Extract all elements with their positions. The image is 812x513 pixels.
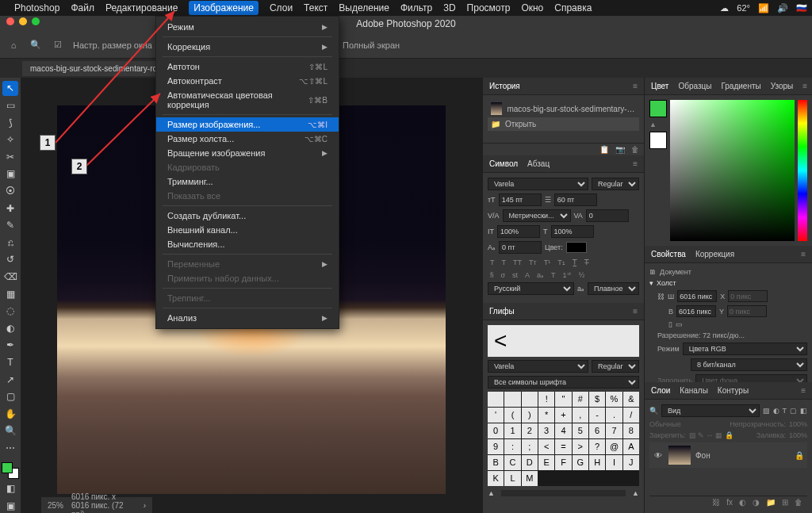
metrics-select[interactable]: Метрически... (503, 209, 571, 222)
type-tool[interactable]: T (2, 355, 18, 370)
glyph-cell[interactable]: " (555, 392, 571, 407)
glyph-cell[interactable]: - (589, 408, 605, 423)
glyph-cell[interactable]: ; (522, 439, 538, 454)
menu-3d[interactable]: 3D (443, 2, 455, 13)
glyph-cell[interactable]: M (522, 471, 538, 486)
marquee-tool[interactable]: ▭ (2, 98, 18, 113)
menu-photoshop[interactable]: Photoshop (14, 2, 59, 13)
glyph-cell[interactable]: C (504, 455, 520, 470)
glyph-cell[interactable]: = (555, 439, 571, 454)
dodge-tool[interactable]: ◐ (2, 321, 18, 336)
tracking-input[interactable] (586, 209, 629, 222)
leading-input[interactable] (554, 193, 597, 206)
glyph-cell[interactable]: 3 (538, 423, 554, 438)
sub-btn[interactable]: T₁ (555, 257, 568, 268)
glyph-cell[interactable]: 2 (522, 423, 538, 438)
glyph-cell[interactable] (488, 392, 504, 407)
fill-value[interactable]: 100% (789, 431, 807, 439)
panel-menu-icon[interactable]: ≡ (802, 82, 807, 90)
history-tab[interactable]: История (489, 82, 520, 90)
font-style-select[interactable]: Regular (592, 178, 639, 190)
mask-icon[interactable]: ◐ (739, 498, 746, 507)
menu-window[interactable]: Окно (521, 2, 543, 13)
glyph-filter-select[interactable]: Все символы шрифта (488, 376, 639, 389)
glyph-cell[interactable]: / (623, 408, 639, 423)
minimize-window-icon[interactable] (19, 17, 27, 25)
menu-item-создать-дубликат-[interactable]: Создать дубликат... (156, 209, 339, 223)
canvas-y-input[interactable] (727, 305, 767, 317)
gradient-tool[interactable]: ▦ (2, 286, 18, 301)
menu-text[interactable]: Текст (304, 2, 327, 13)
glyph-cell[interactable]: L (504, 471, 520, 486)
layer-row-background[interactable]: 👁 Фон 🔒 (649, 442, 807, 468)
glyph-cell[interactable]: 8 (623, 423, 639, 438)
text-color-swatch[interactable] (566, 242, 587, 253)
glyph-cell[interactable]: # (573, 392, 588, 407)
path-tool[interactable]: ↗ (2, 372, 18, 387)
glyph-cell[interactable]: D (522, 455, 538, 470)
lasso-tool[interactable]: ⟆ (2, 115, 18, 130)
flag-icon[interactable]: 🇷🇺 (796, 3, 807, 13)
glyph-cell[interactable]: > (573, 439, 588, 454)
menu-layers[interactable]: Слои (270, 2, 293, 13)
glyph-cell[interactable]: < (538, 439, 554, 454)
adjustments-tab[interactable]: Коррекция (695, 250, 734, 258)
glyph-cell[interactable]: I (606, 455, 622, 470)
menu-file[interactable]: Файл (71, 2, 94, 13)
glyph-cell[interactable]: ! (538, 392, 554, 407)
prop-canvas-label[interactable]: Холст (657, 279, 676, 287)
glyph-cell[interactable]: + (555, 408, 571, 423)
panel-menu-icon[interactable]: ≡ (633, 82, 638, 90)
opacity-value[interactable]: 100% (789, 420, 807, 428)
glyph-cell[interactable]: : (504, 439, 520, 454)
glyph-cell[interactable] (522, 392, 538, 407)
shape-tool[interactable]: ▢ (2, 389, 18, 404)
glyph-cell[interactable]: 4 (555, 423, 571, 438)
glyph-cell[interactable]: @ (606, 439, 622, 454)
glyph-cell[interactable]: $ (589, 392, 605, 407)
foreground-swatch[interactable] (2, 462, 13, 473)
color-fg-swatch[interactable] (649, 100, 667, 117)
filter-smart-icon[interactable]: ◧ (800, 407, 807, 415)
menu-item-анализ[interactable]: Анализ▶ (156, 311, 339, 325)
history-snapshot-row[interactable]: macos-big-sur-stock-sedimentary-rocks-ev… (488, 100, 639, 117)
fullscreen-label[interactable]: Полный экран (343, 40, 400, 50)
color-mode-select[interactable]: Цвета RGB (683, 343, 807, 355)
glyph-cell[interactable]: ) (522, 408, 538, 423)
glyph-cell[interactable]: ( (504, 408, 520, 423)
new-layer-icon[interactable]: ⊞ (782, 498, 788, 507)
menu-item-размер-холста-[interactable]: Размер холста...⌥⌘C (156, 132, 339, 146)
menu-item-размер-изображения-[interactable]: Размер изображения...⌥⌘I (156, 117, 339, 132)
lang-select[interactable]: Русский (488, 282, 574, 295)
properties-tab[interactable]: Свойства (651, 250, 686, 258)
vscale-input[interactable] (497, 225, 540, 238)
menu-item-коррекция[interactable]: Коррекция▶ (156, 40, 339, 54)
filter-pixel-icon[interactable]: ▧ (763, 407, 770, 415)
smallcaps-btn[interactable]: Tт (527, 257, 539, 268)
bold-btn[interactable]: T (488, 257, 497, 268)
panel-menu-icon[interactable]: ≡ (633, 307, 638, 316)
blur-tool[interactable]: ◌ (2, 304, 18, 319)
menu-filter[interactable]: Фильтр (400, 2, 432, 13)
menu-help[interactable]: Справка (554, 2, 592, 13)
glyphs-tab[interactable]: Глифы (489, 307, 515, 316)
hscale-input[interactable] (551, 225, 594, 238)
glyph-cell[interactable]: J (623, 455, 639, 470)
wand-tool[interactable]: ✧ (2, 132, 18, 147)
glyph-cell[interactable]: B (488, 455, 504, 470)
delete-layer-icon[interactable]: 🗑 (795, 498, 802, 507)
screenmode-icon[interactable]: ▣ (2, 498, 18, 513)
heal-tool[interactable]: ✚ (2, 201, 18, 216)
italic-btn[interactable]: T (500, 257, 509, 268)
checkbox-icon[interactable]: ☑ (51, 38, 65, 52)
filter-type-icon[interactable]: T (783, 407, 787, 415)
orient-landscape-icon[interactable]: ▭ (676, 320, 683, 328)
maximize-window-icon[interactable] (32, 17, 40, 25)
menu-item-автоматическая-цветовая-коррекция[interactable]: Автоматическая цветовая коррекция⇧⌘B (156, 88, 339, 112)
glyph-style-select[interactable]: Regular (592, 360, 639, 373)
glyph-cell[interactable]: G (573, 455, 588, 470)
home-icon[interactable]: ⌂ (6, 38, 21, 52)
font-family-select[interactable]: Varela (488, 178, 588, 190)
quickmask-icon[interactable]: ◧ (2, 481, 18, 496)
panel-menu-icon[interactable]: ≡ (633, 159, 638, 168)
